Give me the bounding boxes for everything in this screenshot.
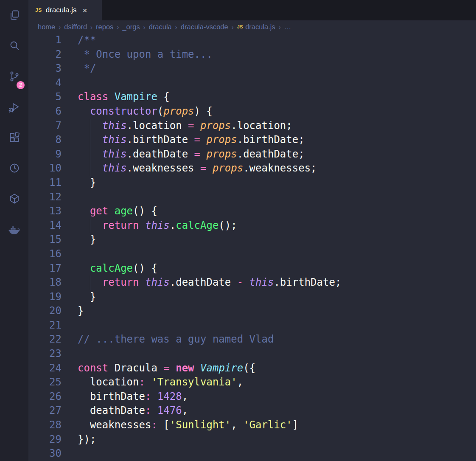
line-number[interactable]: 29 xyxy=(28,433,62,447)
code-token xyxy=(151,391,157,402)
sidebar-item-clock[interactable] xyxy=(0,153,28,183)
code-line[interactable]: 27 deathDate: 1476, xyxy=(28,404,476,418)
breadcrumb-item[interactable]: _orgs xyxy=(122,23,140,31)
line-number[interactable]: 26 xyxy=(28,390,62,404)
code-token: } xyxy=(78,305,84,317)
code-editor[interactable]: 1/**2 * Once upon a time...3 */45class V… xyxy=(28,33,476,461)
line-number[interactable]: 9 xyxy=(28,147,62,162)
code-line[interactable]: 15 } xyxy=(28,233,476,247)
code-line[interactable]: 26 birthDate: 1428, xyxy=(28,390,476,404)
sidebar-item-cube[interactable] xyxy=(0,183,28,214)
line-number[interactable]: 14 xyxy=(28,219,62,233)
code-line[interactable]: 23 xyxy=(28,347,476,361)
code-line[interactable]: 11 } xyxy=(28,176,476,190)
code-line[interactable]: 28 weaknesses: ['Sunlight', 'Garlic'] xyxy=(28,418,476,433)
code-line[interactable]: 8 this.birthDate = props.birthDate; xyxy=(28,133,476,147)
line-number[interactable]: 1 xyxy=(28,33,62,48)
code-line-text: } xyxy=(78,290,96,304)
code-line[interactable]: 18 return this.deathDate - this.birthDat… xyxy=(28,275,476,290)
code-line[interactable]: 9 this.deathDate = props.deathDate; xyxy=(28,147,476,162)
line-number[interactable]: 15 xyxy=(28,233,62,247)
code-line[interactable]: 2 * Once upon a time... xyxy=(28,48,476,62)
code-token: deathDate xyxy=(90,405,145,416)
code-line-text: get age() { xyxy=(78,204,157,219)
sidebar-item-extensions[interactable] xyxy=(0,122,28,153)
code-line[interactable]: 24const Dracula = new Vampire({ xyxy=(28,361,476,376)
code-line-text: this.weaknesses = props.weaknesses; xyxy=(78,161,317,176)
line-number[interactable]: 17 xyxy=(28,261,62,276)
code-line[interactable]: 13 get age() { xyxy=(28,204,476,219)
breadcrumb-item[interactable]: … xyxy=(284,23,291,31)
line-number[interactable]: 23 xyxy=(28,347,62,361)
code-token: = xyxy=(200,162,206,174)
sidebar-item-docker[interactable] xyxy=(0,214,28,245)
code-line[interactable]: 20} xyxy=(28,304,476,318)
code-token: = xyxy=(163,362,169,374)
code-line[interactable]: 3 */ xyxy=(28,62,476,76)
line-number[interactable]: 16 xyxy=(28,247,62,261)
activity-bar: 2 xyxy=(0,0,28,461)
breadcrumb-item[interactable]: repos xyxy=(96,23,113,31)
code-line[interactable]: 16 xyxy=(28,247,476,261)
line-number[interactable]: 4 xyxy=(28,76,62,90)
breadcrumb-item[interactable]: dsifford xyxy=(64,23,87,31)
code-line[interactable]: 10 this.weaknesses = props.weaknesses; xyxy=(28,161,476,176)
code-token xyxy=(194,362,200,374)
sidebar-item-source-control[interactable]: 2 xyxy=(0,61,28,92)
code-line[interactable]: 4 xyxy=(28,76,476,90)
line-number[interactable]: 22 xyxy=(28,332,62,347)
code-line[interactable]: 29}); xyxy=(28,433,476,447)
code-line[interactable]: 12 xyxy=(28,190,476,205)
indent-guide xyxy=(90,133,90,147)
sidebar-item-run-debug[interactable] xyxy=(0,92,28,122)
code-line[interactable]: 1/** xyxy=(28,33,476,48)
code-line-text: return this.deathDate - this.birthDate; xyxy=(78,275,341,290)
line-number[interactable]: 12 xyxy=(28,190,62,205)
breadcrumb-item[interactable]: home xyxy=(38,23,55,31)
line-number[interactable]: 30 xyxy=(28,447,62,461)
code-line[interactable]: 25 location: 'Transylvania', xyxy=(28,375,476,390)
source-control-icon xyxy=(8,70,21,83)
line-number[interactable]: 11 xyxy=(28,176,62,190)
code-line[interactable]: 6 constructor(props) { xyxy=(28,104,476,119)
line-number[interactable]: 28 xyxy=(28,418,62,433)
tab-dracula-js[interactable]: JS dracula.js × xyxy=(28,0,102,20)
sidebar-item-explorer[interactable] xyxy=(0,0,28,31)
line-number[interactable]: 21 xyxy=(28,318,62,333)
line-number[interactable]: 20 xyxy=(28,304,62,318)
line-number[interactable]: 10 xyxy=(28,161,62,176)
line-number[interactable]: 27 xyxy=(28,404,62,418)
code-line[interactable]: 7 this.location = props.location; xyxy=(28,119,476,133)
breadcrumb-item[interactable]: dracula-vscode xyxy=(181,23,228,31)
line-number[interactable]: 8 xyxy=(28,133,62,147)
line-number[interactable]: 2 xyxy=(28,48,62,62)
line-number[interactable]: 24 xyxy=(28,361,62,376)
code-token: this xyxy=(102,162,127,174)
code-line[interactable]: 19 } xyxy=(28,290,476,304)
breadcrumb-item[interactable]: dracula xyxy=(149,23,172,31)
line-number[interactable]: 18 xyxy=(28,275,62,290)
code-token: this xyxy=(102,120,127,132)
line-number[interactable]: 7 xyxy=(28,119,62,133)
sidebar-item-search[interactable] xyxy=(0,31,28,61)
code-line[interactable]: 30 xyxy=(28,447,476,461)
breadcrumb-item[interactable]: JSdracula.js xyxy=(237,23,275,31)
code-token xyxy=(194,120,200,132)
code-token xyxy=(188,148,194,160)
code-line[interactable]: 17 calcAge() { xyxy=(28,261,476,276)
line-number[interactable]: 25 xyxy=(28,375,62,390)
line-number[interactable]: 19 xyxy=(28,290,62,304)
code-line[interactable]: 21 xyxy=(28,318,476,333)
code-token: { xyxy=(157,91,170,103)
code-line[interactable]: 22// ...there was a guy named Vlad xyxy=(28,332,476,347)
line-number[interactable]: 6 xyxy=(28,104,62,119)
code-token: Vampire xyxy=(200,362,243,374)
line-number[interactable]: 5 xyxy=(28,90,62,104)
line-number[interactable]: 13 xyxy=(28,204,62,219)
code-line[interactable]: 5class Vampire { xyxy=(28,90,476,104)
line-number[interactable]: 3 xyxy=(28,62,62,76)
code-line-text: weaknesses: ['Sunlight', 'Garlic'] xyxy=(78,418,298,433)
code-line[interactable]: 14 return this.calcAge(); xyxy=(28,219,476,233)
close-icon[interactable]: × xyxy=(82,6,87,14)
code-token: ) { xyxy=(194,105,213,117)
